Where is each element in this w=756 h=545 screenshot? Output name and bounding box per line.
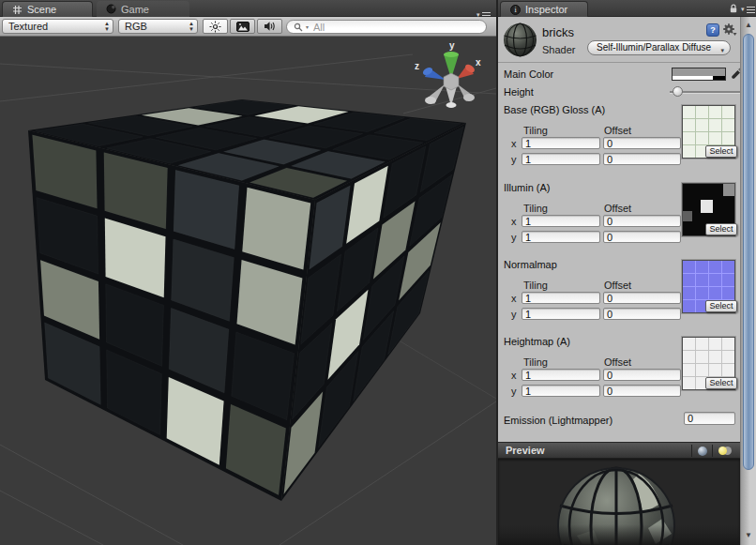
audio-toggle-button[interactable] <box>257 19 282 34</box>
scrollbar-thumb[interactable] <box>743 34 754 470</box>
section-title: Illumin (A) <box>504 182 551 193</box>
select-button[interactable]: Select <box>705 300 737 312</box>
color-mode-dropdown[interactable]: RGB ▲▼ <box>118 19 198 34</box>
offset-header: Offset <box>604 125 631 136</box>
inspector-pane-menu[interactable]: ▾ <box>741 5 755 14</box>
x-axis-label: x <box>511 370 517 381</box>
lighting-toggle-button[interactable] <box>203 19 228 34</box>
y-tiling-input[interactable] <box>522 231 600 243</box>
tab-inspector[interactable]: i Inspector <box>500 1 588 17</box>
divider <box>498 62 740 63</box>
y-offset-input[interactable] <box>603 385 681 397</box>
main-color-swatch[interactable] <box>672 68 726 81</box>
y-offset-input[interactable] <box>603 153 681 165</box>
effects-toggle-button[interactable] <box>230 19 255 34</box>
x-offset-input[interactable] <box>603 137 681 149</box>
gear-button[interactable] <box>722 23 737 37</box>
scene-search-field[interactable]: ▾ <box>286 20 487 34</box>
y-tiling-input[interactable] <box>522 385 600 397</box>
y-tiling-input[interactable] <box>522 308 600 320</box>
section-title: Base (RGB) Gloss (A) <box>504 104 605 115</box>
inspector-scrollbar[interactable]: ▲ ▼ <box>740 17 756 545</box>
main-color-label: Main Color <box>504 68 553 80</box>
question-icon: ? <box>710 25 716 35</box>
preview-viewport[interactable] <box>498 459 740 545</box>
gizmo-x-label: x <box>476 57 481 68</box>
offset-header: Offset <box>604 280 631 291</box>
offset-header: Offset <box>604 356 631 368</box>
sphere-icon <box>698 447 707 456</box>
x-offset-input[interactable] <box>603 215 681 227</box>
tab-game[interactable]: Game <box>97 1 189 17</box>
dropdown-arrows-icon: ▲▼ <box>189 21 194 32</box>
tiling-header: Tiling <box>523 356 548 368</box>
scrollbar-down-arrow[interactable]: ▼ <box>741 531 756 540</box>
scene-viewport[interactable]: y x z <box>0 37 496 545</box>
gizmo-center-cube[interactable] <box>444 73 459 90</box>
section-heightmap: Heightmap (A) Select Tiling Offset x y <box>498 336 740 413</box>
x-tiling-input[interactable] <box>522 369 600 381</box>
shader-label: Shader <box>542 44 575 55</box>
scene-toolbar: Textured ▲▼ RGB ▲▼ <box>0 17 496 37</box>
material-name: bricks <box>542 25 574 39</box>
lock-icon[interactable] <box>728 3 739 14</box>
scrollbar-up-arrow[interactable]: ▲ <box>741 21 756 30</box>
preview-title: Preview <box>506 445 545 456</box>
tiling-header: Tiling <box>523 203 548 214</box>
x-offset-input[interactable] <box>603 369 681 381</box>
y-axis-label: y <box>511 154 517 165</box>
y-axis-label: y <box>511 232 517 243</box>
x-offset-input[interactable] <box>603 292 681 304</box>
tiling-header: Tiling <box>523 280 548 291</box>
scene-cube[interactable] <box>28 99 466 501</box>
shader-dropdown[interactable]: Self-Illumin/Parallax Diffuse ▾ <box>587 40 731 55</box>
draw-mode-dropdown[interactable]: Textured ▲▼ <box>2 19 113 34</box>
game-icon <box>106 4 116 14</box>
select-button[interactable]: Select <box>705 223 737 235</box>
speaker-icon <box>264 21 276 32</box>
section-title: Heightmap (A) <box>504 336 570 347</box>
preview-header[interactable]: Preview <box>498 442 740 459</box>
select-button[interactable]: Select <box>705 377 737 389</box>
tab-strip: Scene Game ▾ i Inspector ▾ <box>0 0 756 17</box>
select-button[interactable]: Select <box>705 145 737 158</box>
sun-icon <box>209 21 221 33</box>
gizmo-y-label: y <box>449 40 455 51</box>
section-base-gloss: Base (RGB) Gloss (A) Select Tiling Offse… <box>498 104 740 181</box>
orientation-gizmo[interactable]: y x z <box>415 40 481 108</box>
search-icon <box>294 23 303 32</box>
preview-sphere-toggle[interactable] <box>691 445 712 457</box>
offset-header: Offset <box>604 203 631 214</box>
help-button[interactable]: ? <box>706 23 719 37</box>
tab-scene-label: Scene <box>27 4 56 15</box>
tab-scene[interactable]: Scene <box>2 1 93 17</box>
preview-light-toggle[interactable] <box>712 445 736 457</box>
material-preview-thumbnail <box>503 23 537 57</box>
gizmo-z-label: z <box>415 61 419 71</box>
y-offset-input[interactable] <box>603 308 681 320</box>
height-slider[interactable] <box>670 85 741 98</box>
height-slider-knob[interactable] <box>673 86 683 97</box>
search-filter-arrow-icon: ▾ <box>306 23 309 30</box>
section-title: Normalmap <box>504 259 557 270</box>
x-axis-label: x <box>511 293 517 304</box>
x-tiling-input[interactable] <box>522 292 600 304</box>
section-normalmap: Normalmap Select Tiling Offset x y <box>498 259 740 336</box>
x-tiling-input[interactable] <box>522 137 600 149</box>
y-axis-label: y <box>511 386 517 397</box>
x-axis-label: x <box>511 216 517 227</box>
tab-game-label: Game <box>121 4 149 15</box>
gear-dropdown-arrow-icon <box>733 33 737 36</box>
y-tiling-input[interactable] <box>522 153 600 165</box>
gear-icon <box>723 23 734 35</box>
preview-material-sphere <box>498 459 740 545</box>
emission-input[interactable] <box>684 412 735 425</box>
tab-inspector-label: Inspector <box>525 4 567 15</box>
x-tiling-input[interactable] <box>522 215 600 227</box>
info-icon: i <box>510 5 521 15</box>
scene-grid-icon <box>12 5 23 15</box>
y-offset-input[interactable] <box>603 231 681 243</box>
section-illumin: Illumin (A) Select Tiling Offset x y <box>498 182 740 259</box>
scene-search-input[interactable] <box>311 21 465 34</box>
chevron-down-icon: ▾ <box>720 44 724 57</box>
